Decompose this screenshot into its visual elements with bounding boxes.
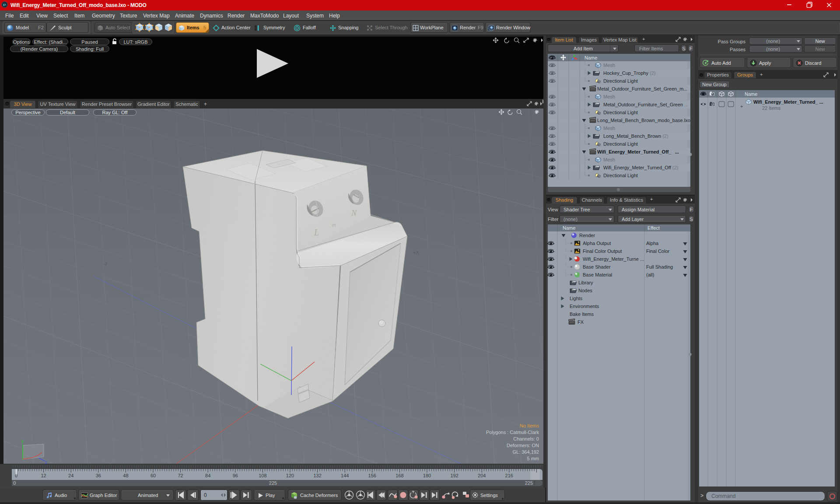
svg-text:Mesh: Mesh	[603, 126, 615, 131]
svg-text:Mesh: Mesh	[603, 63, 615, 68]
svg-text:84: 84	[205, 473, 210, 478]
svg-text:Directional Light: Directional Light	[603, 141, 638, 147]
svg-text:Directional Light: Directional Light	[603, 110, 638, 115]
svg-text:Z: Z	[45, 460, 48, 464]
svg-text:108: 108	[259, 473, 266, 478]
svg-text:Long_Metal_Bench_Brown (2): Long_Metal_Bench_Brown (2)	[603, 133, 668, 139]
svg-text:...: ...	[675, 149, 679, 154]
svg-text:156: 156	[368, 473, 376, 478]
svg-text:Wifi_Energy_Meter_Turne ...: Wifi_Energy_Meter_Turne ...	[583, 256, 644, 262]
svg-text:Name: Name	[563, 225, 575, 231]
svg-text:Final Color Output: Final Color Output	[583, 248, 622, 254]
svg-text:Alpha Output: Alpha Output	[583, 241, 611, 246]
svg-text:Full Shading: Full Shading	[646, 264, 673, 270]
svg-text:120: 120	[286, 473, 294, 478]
svg-text:Base Material: Base Material	[583, 272, 612, 277]
svg-text:132: 132	[313, 473, 321, 478]
svg-text:Wifi_Energy_Meter_Turned_ ...: Wifi_Energy_Meter_Turned_ ...	[753, 99, 823, 105]
svg-text:0: 0	[13, 480, 16, 486]
svg-text:225: 225	[269, 480, 277, 486]
svg-text:96: 96	[233, 473, 238, 478]
svg-text:Settings: Settings	[480, 493, 498, 498]
svg-text:Long_Metal_Bench_Brown_modo_ba: Long_Metal_Bench_Brown_modo_base.lxo	[597, 118, 690, 123]
svg-text:Metal_Outdoor_Furniture_Set_Gr: Metal_Outdoor_Furniture_Set_Green_m	[597, 86, 684, 91]
svg-text:Effect: Effect	[648, 225, 660, 231]
svg-text:225: 225	[525, 480, 533, 486]
svg-text:Mesh: Mesh	[603, 157, 615, 162]
svg-text:(all): (all)	[646, 272, 654, 277]
svg-text:Y: Y	[21, 440, 24, 444]
svg-text:22 Items: 22 Items	[762, 105, 781, 111]
svg-text:...: ...	[684, 102, 688, 107]
svg-text:Wifi_Energy_Meter_Turned_Off (: Wifi_Energy_Meter_Turned_Off (2)	[603, 165, 678, 170]
svg-text:216: 216	[505, 473, 513, 478]
svg-text:60: 60	[150, 473, 156, 478]
svg-text:+: +	[740, 104, 743, 109]
svg-text:Mesh: Mesh	[603, 94, 615, 99]
svg-text:204: 204	[478, 473, 486, 478]
svg-text:Name: Name	[745, 91, 757, 97]
svg-text:Directional Light: Directional Light	[603, 173, 638, 178]
svg-text:Hockey_Cup_Trophy (2): Hockey_Cup_Trophy (2)	[603, 70, 655, 76]
svg-text:Wifi_Energy_Meter_Turned_Off_: Wifi_Energy_Meter_Turned_Off_	[597, 149, 672, 154]
svg-text:192: 192	[450, 473, 458, 478]
svg-text:168: 168	[396, 473, 403, 478]
svg-text:Lights: Lights	[570, 296, 583, 301]
svg-text:72: 72	[178, 473, 183, 478]
svg-text:Nodes: Nodes	[578, 288, 592, 293]
svg-text:Name: Name	[584, 55, 597, 60]
svg-text:Base Shader: Base Shader	[583, 264, 611, 270]
svg-text:180: 180	[423, 473, 431, 478]
svg-text:Bake Items: Bake Items	[570, 312, 594, 317]
svg-text:36: 36	[96, 473, 101, 478]
svg-text:0: 0	[204, 492, 207, 498]
svg-text:Final Color: Final Color	[646, 248, 670, 254]
svg-text:Alpha: Alpha	[646, 241, 659, 246]
svg-text:...: ...	[683, 86, 687, 91]
svg-text:FX: FX	[578, 319, 584, 325]
svg-text:Library: Library	[578, 280, 593, 285]
svg-text:Render: Render	[579, 233, 595, 238]
svg-text:12: 12	[41, 473, 46, 478]
svg-text:24: 24	[68, 473, 74, 478]
svg-text:144: 144	[341, 473, 349, 478]
svg-text:Directional Light: Directional Light	[603, 78, 638, 84]
svg-text:Metal_Outdoor_Furniture_Set_Gr: Metal_Outdoor_Furniture_Set_Green	[603, 102, 683, 107]
svg-text:48: 48	[123, 473, 128, 478]
svg-text:Environments: Environments	[570, 304, 599, 309]
